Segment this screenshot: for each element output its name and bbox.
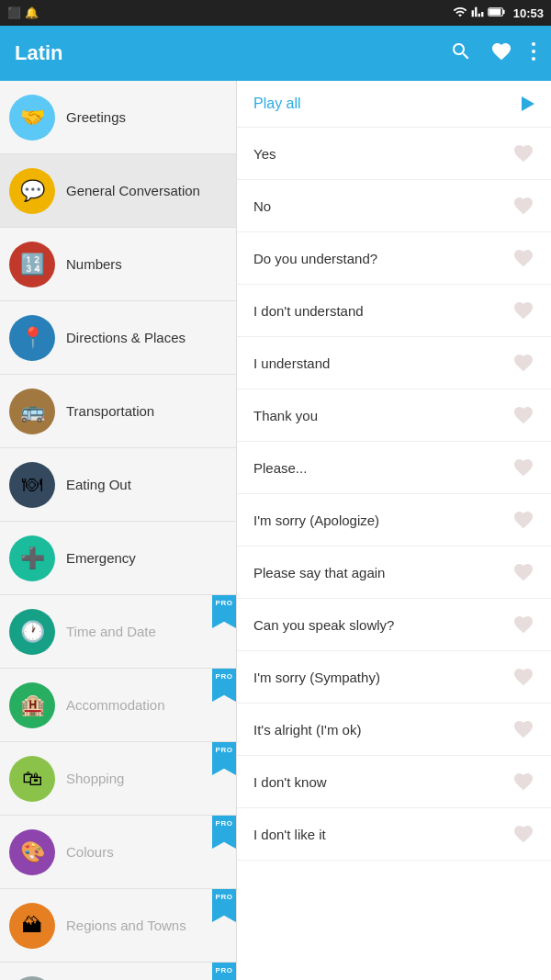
svg-point-3 [532, 42, 535, 46]
sidebar-item-directions[interactable]: 📍Directions & Places [0, 301, 236, 375]
pro-ribbon-time: PRO [212, 595, 236, 628]
sidebar-item-greetings[interactable]: 🤝Greetings [0, 81, 236, 154]
sidebar-label-time: Time and Date [66, 623, 156, 641]
phrase-item[interactable]: Can you speak slowly? [237, 599, 551, 651]
transport-icon: 🚌 [9, 389, 55, 434]
phrase-text: I'm sorry (Sympathy) [253, 670, 380, 685]
sidebar-label-colours: Colours [66, 843, 114, 862]
general-icon: 💬 [9, 168, 55, 214]
play-all-text: Play all [253, 96, 301, 112]
sidebar-label-emergency: Emergency [66, 549, 136, 568]
phrase-text: Do you understand? [253, 251, 377, 266]
phrase-text: Please... [253, 460, 307, 476]
app-bar-actions [450, 40, 536, 67]
phrase-item[interactable]: I don't like it [237, 808, 551, 861]
phrase-item[interactable]: I'm sorry (Sympathy) [237, 651, 551, 704]
content-panel: Play allYesNoDo you understand?I don't u… [237, 81, 551, 980]
sidebar-item-regions[interactable]: 🏔Regions and TownsPRO [0, 889, 236, 963]
heart-icon[interactable] [512, 456, 534, 479]
phrase-item[interactable]: I understand [237, 337, 551, 389]
phrase-item[interactable]: I don't understand [237, 285, 551, 337]
sidebar: 🤝Greetings💬General Conversation🔢Numbers📍… [0, 81, 237, 980]
sidebar-item-shopping[interactable]: 🛍ShoppingPRO [0, 742, 236, 816]
sidebar-item-countries[interactable]: 🌍CountriesPRO [0, 963, 236, 980]
svg-point-5 [532, 57, 535, 61]
sidebar-item-emergency[interactable]: ➕Emergency [0, 522, 236, 595]
phrase-item[interactable]: It's alright (I'm ok) [237, 704, 551, 756]
regions-icon: 🏔 [9, 903, 55, 949]
sidebar-label-general: General Conversation [66, 182, 200, 200]
search-button[interactable] [450, 40, 472, 67]
pro-ribbon-accommodation: PRO [212, 669, 236, 702]
heart-icon[interactable] [512, 771, 534, 793]
sidebar-item-accommodation[interactable]: 🏨AccommodationPRO [0, 669, 236, 742]
heart-icon[interactable] [512, 666, 534, 688]
phrase-item[interactable]: No [237, 180, 551, 232]
wifi-icon [453, 5, 467, 22]
phrase-text: It's alright (I'm ok) [253, 722, 361, 738]
phrase-text: Can you speak slowly? [253, 617, 394, 633]
svg-rect-2 [489, 8, 500, 15]
greetings-icon: 🤝 [9, 95, 55, 141]
sidebar-item-colours[interactable]: 🎨ColoursPRO [0, 816, 236, 889]
heart-icon[interactable] [512, 352, 534, 374]
sidebar-label-shopping: Shopping [66, 770, 124, 788]
play-all-arrow-icon [522, 96, 534, 111]
phrase-text: Thank you [253, 408, 318, 423]
sidebar-label-transport: Transportation [66, 402, 154, 421]
heart-icon[interactable] [512, 614, 534, 636]
pro-ribbon-regions: PRO [212, 889, 236, 922]
signal-icon [471, 5, 484, 22]
numbers-icon: 🔢 [9, 242, 55, 287]
heart-icon[interactable] [512, 195, 534, 217]
phrase-item[interactable]: Do you understand? [237, 232, 551, 285]
eating-icon: 🍽 [9, 462, 55, 508]
time-icon: 🕐 [9, 609, 55, 655]
status-bar-left: ⬛ 🔔 [7, 6, 39, 19]
heart-icon[interactable] [512, 509, 534, 531]
pro-ribbon-countries: PRO [212, 963, 236, 980]
sidebar-item-transport[interactable]: 🚌Transportation [0, 375, 236, 448]
status-bar: ⬛ 🔔 10:53 [0, 0, 551, 26]
phrase-text: Yes [253, 146, 276, 162]
play-all-bar[interactable]: Play all [237, 81, 551, 128]
time-display: 10:53 [513, 6, 544, 20]
accommodation-icon: 🏨 [9, 682, 55, 728]
sidebar-label-eating: Eating Out [66, 476, 131, 494]
notification-icon: 🔔 [25, 6, 39, 19]
phrase-text: I don't like it [253, 827, 326, 842]
sidebar-item-general[interactable]: 💬General Conversation [0, 154, 236, 228]
phrase-item[interactable]: Please say that again [237, 546, 551, 599]
directions-icon: 📍 [9, 315, 55, 361]
heart-icon[interactable] [512, 561, 534, 583]
pro-ribbon-shopping: PRO [212, 742, 236, 775]
phrase-item[interactable]: Thank you [237, 389, 551, 442]
main-content: 🤝Greetings💬General Conversation🔢Numbers📍… [0, 81, 551, 980]
colours-icon: 🎨 [9, 829, 55, 875]
sidebar-item-time[interactable]: 🕐Time and DatePRO [0, 595, 236, 669]
battery-icon [488, 6, 506, 20]
more-menu-button[interactable] [531, 40, 536, 67]
heart-icon[interactable] [512, 142, 534, 164]
phrase-item[interactable]: I'm sorry (Apologize) [237, 494, 551, 546]
sidebar-label-directions: Directions & Places [66, 329, 186, 347]
app-indicator: ⬛ [7, 6, 21, 19]
heart-icon[interactable] [512, 823, 534, 845]
svg-rect-1 [502, 9, 504, 13]
phrase-text: I don't know [253, 774, 327, 790]
heart-icon[interactable] [512, 404, 534, 426]
favorites-button[interactable] [490, 40, 512, 67]
heart-icon[interactable] [512, 718, 534, 740]
status-bar-right: 10:53 [453, 5, 544, 22]
phrase-item[interactable]: Please... [237, 442, 551, 494]
app-title: Latin [15, 41, 63, 65]
phrase-text: No [253, 198, 271, 214]
phrase-item[interactable]: Yes [237, 128, 551, 180]
sidebar-item-numbers[interactable]: 🔢Numbers [0, 228, 236, 301]
heart-icon[interactable] [512, 299, 534, 321]
heart-icon[interactable] [512, 247, 534, 269]
phrase-item[interactable]: I don't know [237, 756, 551, 808]
sidebar-item-eating[interactable]: 🍽Eating Out [0, 448, 236, 522]
phrase-text: Please say that again [253, 565, 385, 580]
sidebar-label-accommodation: Accommodation [66, 696, 165, 715]
